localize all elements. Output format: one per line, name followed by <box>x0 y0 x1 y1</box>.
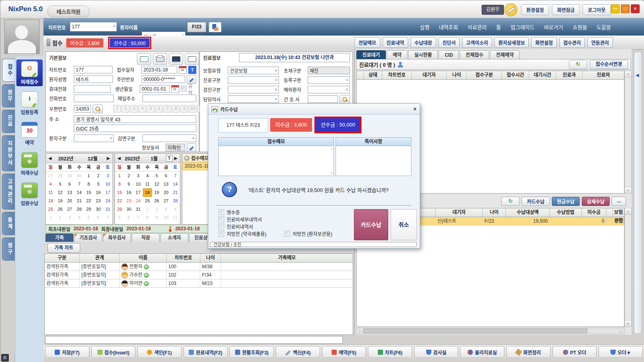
calendar-day[interactable]: 15 <box>115 188 124 197</box>
calendar-day[interactable]: 4 <box>46 180 55 188</box>
calendar-day[interactable]: 10 <box>134 180 143 188</box>
top-menu-item[interactable]: 툴 <box>496 23 501 31</box>
toolbar-button[interactable]: 예약(F5) <box>322 346 366 358</box>
calendar-day[interactable]: 2 <box>93 172 103 180</box>
calendar-day[interactable]: 2 <box>124 172 133 180</box>
waiting-tab[interactable]: 전체접수 <box>460 50 489 59</box>
pay-action-button[interactable]: ... <box>612 197 626 206</box>
calendar-day[interactable]: 4 <box>143 172 152 180</box>
memo-scroll-down-icon[interactable]: ∨ <box>331 171 333 175</box>
calendar-day[interactable]: 4 <box>171 205 180 214</box>
panel-collapse-handle[interactable]: ◀ <box>634 51 642 334</box>
scroll-down-icon[interactable]: ∨ <box>625 187 631 193</box>
refresh-button[interactable]: ↻ <box>569 60 587 69</box>
family-tab[interactable]: 좌우검사 <box>103 233 131 242</box>
dialog-patient-badge[interactable]: 177 테스트 F/23 <box>218 118 268 133</box>
calendar-day[interactable]: 4 <box>75 214 84 222</box>
sidebar-menu-item[interactable]: 입원수납 <box>16 181 43 208</box>
except-select[interactable] <box>308 86 350 93</box>
chart-no-combo[interactable]: 177 <box>70 22 117 32</box>
family-row[interactable]: 검색된가족 [증번호일치] 전환자 + 100 M/38 <box>45 263 353 271</box>
waiting-table-scrollbar[interactable]: ∧ ∨ <box>624 71 632 194</box>
calendar-icon[interactable] <box>179 66 187 74</box>
zip-input[interactable]: 14353 <box>74 105 91 113</box>
toolbar-button[interactable]: 물리치료실 <box>460 346 504 358</box>
reg-select[interactable] <box>308 76 350 84</box>
window-control-button[interactable]: □ <box>621 4 630 13</box>
calendar-day[interactable]: 6 <box>161 172 170 180</box>
calendar-day[interactable]: 18 <box>143 188 152 197</box>
top-menu-item[interactable]: 자료관리 <box>468 23 487 31</box>
quick-button[interactable]: 고객의소리 <box>462 37 492 48</box>
calendar-day[interactable]: 16 <box>124 188 133 197</box>
quick-number-button[interactable]: 7 <box>164 105 171 113</box>
calendar-day[interactable]: 5 <box>55 180 65 188</box>
sex-age-button[interactable]: F/23 <box>187 22 206 32</box>
add-family-icon[interactable]: + <box>144 264 149 269</box>
calendar-day[interactable]: 14 <box>171 180 180 188</box>
quick-button[interactable]: 환자상세정보 <box>494 37 529 48</box>
calendar-day[interactable]: 13 <box>161 180 170 188</box>
calendar-day[interactable]: 29 <box>115 205 124 214</box>
calendar-day[interactable]: 7 <box>75 180 84 188</box>
calendar-day[interactable]: 2 <box>55 214 65 222</box>
print-option[interactable]: 진료비내역서 <box>218 223 350 230</box>
quick-button[interactable]: 전달메모 <box>354 37 380 48</box>
print-option[interactable]: 처방전 (약국제출용) <box>218 230 284 237</box>
waiting-tab[interactable]: CID <box>439 50 459 59</box>
calendar-day[interactable]: 28 <box>75 205 84 214</box>
syringe-icon[interactable] <box>504 3 518 16</box>
top-menu-item[interactable]: 업그레이드 <box>511 23 535 31</box>
dialog-sunsu-highlight[interactable]: 선수금 : 50,000 <box>314 117 362 133</box>
calendar-day[interactable]: 7 <box>134 214 143 222</box>
calendar-day[interactable]: 10 <box>161 214 170 222</box>
calendar-day[interactable]: 26 <box>152 197 161 205</box>
calendar-day[interactable]: 10 <box>103 180 113 188</box>
cancel-button[interactable]: 취소 <box>391 209 417 240</box>
waiting-tab[interactable]: 전체예약 <box>490 50 520 59</box>
calendar-day[interactable]: 30 <box>75 172 84 180</box>
toolbar-button[interactable]: 검사실 <box>414 346 458 358</box>
calendar-day[interactable]: 29 <box>84 205 93 214</box>
calendar-day[interactable]: 25 <box>46 205 55 214</box>
chart-input[interactable]: 177 <box>74 66 113 73</box>
nurse-input[interactable] <box>308 95 338 103</box>
phone-input[interactable] <box>74 95 114 102</box>
scroll-left-icon[interactable]: ‹ <box>357 329 363 333</box>
family-tab[interactable]: 소개자 <box>160 233 188 242</box>
family-tab[interactable]: 직장 <box>132 233 160 242</box>
calendar-day[interactable]: 12 <box>55 188 65 197</box>
birth-input[interactable]: 0001-01-01 <box>140 85 170 93</box>
dialog-memo-body[interactable]: ∧ ∨ <box>219 146 334 176</box>
quick-number-button[interactable]: 9 <box>180 105 188 113</box>
collapse-icon[interactable]: ◀ <box>636 73 639 78</box>
calendar-day[interactable]: 7 <box>171 172 180 180</box>
name-input[interactable]: 테스트 <box>74 75 113 83</box>
corner-system-icon[interactable] <box>1 354 9 362</box>
print-option-checkbox[interactable] <box>218 216 224 222</box>
sidebar-tab[interactable]: 접수 <box>2 59 15 82</box>
header-button[interactable]: 화면잠금 <box>552 4 580 15</box>
cal-today-button[interactable]: T <box>166 155 173 162</box>
calendar-day[interactable]: 21 <box>171 188 180 197</box>
quick-number-button[interactable]: 6 <box>155 105 163 113</box>
print-option[interactable]: 진료비세부내역서 <box>218 216 350 223</box>
calendar-day[interactable]: 7 <box>103 214 113 222</box>
top-menu-item[interactable]: 내역조회 <box>439 23 458 31</box>
scroll-up-icon[interactable]: ∧ <box>625 71 631 77</box>
calendar-day[interactable]: 18 <box>46 197 55 205</box>
top-menu-item[interactable]: 도움말 <box>597 23 611 31</box>
sidebar-menu-item[interactable]: 입원등록 <box>16 90 43 117</box>
calendar-day[interactable]: 3 <box>65 214 75 222</box>
sidebar-tab[interactable]: 지원부서 <box>2 135 15 171</box>
dialog-close-icon[interactable]: × <box>413 106 417 112</box>
ptype-select[interactable] <box>74 135 114 142</box>
calendar-day[interactable]: 1 <box>46 214 55 222</box>
toolbar-button[interactable]: 현황조회(F3) <box>229 346 274 358</box>
sunsu-badge[interactable]: 선수금 : 50,000 <box>110 38 150 47</box>
printer-icon[interactable] <box>153 53 167 65</box>
quick-number-button[interactable]: 5 <box>147 105 154 113</box>
id-card-icon[interactable] <box>185 53 199 65</box>
dialog-special-body[interactable] <box>336 146 411 176</box>
calendar-day[interactable]: 19 <box>152 188 161 197</box>
